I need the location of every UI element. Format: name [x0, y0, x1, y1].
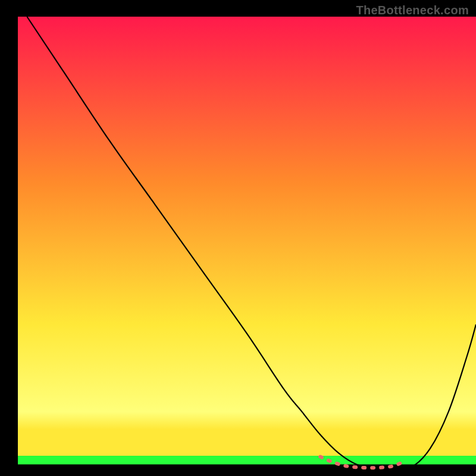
- svg-rect-2: [18, 465, 476, 476]
- watermark-text: TheBottleneck.com: [356, 4, 469, 17]
- chart-svg: [0, 0, 476, 476]
- bottleneck-chart: TheBottleneck.com: [0, 0, 476, 476]
- svg-rect-0: [18, 17, 476, 456]
- svg-rect-1: [18, 456, 476, 465]
